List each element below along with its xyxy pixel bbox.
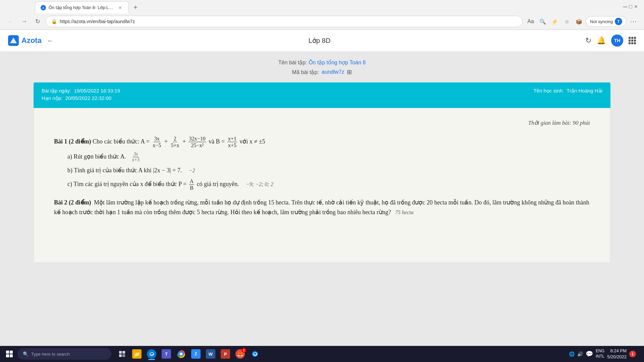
assignment-name-label: Tên bài tập:: [278, 60, 307, 65]
bai1-b-text: b) Tính giá trị của biểu thức A khi |2x …: [67, 167, 182, 174]
bai1-problem: Bài 1 (2 điểm) Cho các biểu thức: A = 3x…: [54, 135, 590, 148]
not-syncing-label: Not syncing: [590, 19, 613, 24]
frac-ab: A B: [189, 178, 195, 191]
tab-title: Ôn tập tổng hợp Toán 8- Lớp:Lớ...: [49, 5, 114, 10]
new-tab-button[interactable]: +: [130, 2, 141, 13]
svg-text:A: A: [42, 6, 44, 9]
assignment-name-value[interactable]: Ôn tập tổng hợp Toán 8: [309, 60, 366, 65]
svg-rect-5: [119, 354, 122, 357]
app-badge-icon: 🦊 1: [235, 349, 245, 359]
bai2-section: Bài 2 (2 điểm) Một lâm trường lập kế hoạ…: [54, 198, 590, 217]
notification-icon[interactable]: 🔔: [597, 36, 606, 45]
date-value: 19/05/2022 16:33:19: [74, 88, 120, 94]
svg-rect-4: [122, 351, 125, 354]
app-red-button[interactable]: P: [219, 347, 232, 361]
assignment-meta: Tên bài tập: Ôn tập tổng hợp Toán 8 Mã b…: [34, 59, 610, 76]
more-options-button[interactable]: ⋯: [628, 16, 639, 27]
frac-2-5x: 2 5+x: [170, 135, 180, 148]
svg-rect-3: [119, 351, 122, 354]
start-button[interactable]: [3, 347, 16, 361]
security-icon: 🔒: [51, 19, 57, 24]
assignment-code-label: Mã bài tập:: [292, 69, 319, 75]
user-avatar[interactable]: TH: [611, 35, 623, 47]
task-view-button[interactable]: [115, 347, 129, 361]
forward-button[interactable]: →: [19, 16, 30, 27]
bai1-c: c) Tìm các giá trị nguyên của x để biểu …: [67, 178, 590, 191]
doc-header: Thời gian làm bài: 90 phút: [54, 118, 590, 127]
tab-close-button[interactable]: ×: [117, 5, 123, 11]
student-name-label: Tên học sinh:: [533, 88, 564, 94]
word-icon: W: [206, 349, 215, 359]
close-button[interactable]: ×: [633, 4, 639, 9]
deadline-value: 20/05/2022 22:32:00: [65, 95, 111, 101]
azota-brand-name: Azota: [21, 36, 42, 45]
teams-button[interactable]: T: [160, 347, 173, 361]
zoom-icon: Z: [191, 349, 201, 359]
bai2-problem: Bài 2 (2 điểm) Một lâm trường lập kế hoạ…: [54, 198, 590, 217]
frac-32x10-25x2: 32x−10 25−x²: [189, 135, 206, 148]
lang-text: ENGINTL: [596, 349, 604, 359]
plus1: +: [164, 138, 169, 145]
taskbar-search-text: Type here to search: [31, 352, 70, 357]
bai2-title: Bài 2 (2 điểm): [54, 199, 91, 206]
teams-icon: T: [162, 349, 171, 359]
azota-logo-icon: [8, 35, 19, 46]
bai2-note: 75 hecta: [395, 209, 414, 215]
refresh-button[interactable]: ↻: [32, 16, 43, 27]
edge2-icon: [250, 349, 260, 359]
extensions-icon[interactable]: ⚡: [549, 16, 560, 27]
apps-grid-icon[interactable]: [629, 37, 636, 44]
bai1-a-text: a) Rút gọn biểu thức A.: [67, 153, 126, 160]
bai1-a: a) Rút gọn biểu thức A. 3x x+5: [67, 152, 590, 163]
maximize-button[interactable]: □: [628, 4, 633, 9]
student-name-value: Trần Hoàng Hải: [567, 88, 602, 94]
word-button[interactable]: W: [204, 347, 217, 361]
bai1-b-note: −2: [189, 168, 195, 173]
edge2-button[interactable]: [248, 347, 262, 361]
chrome-icon: [176, 349, 186, 359]
search-icon[interactable]: 🔍: [537, 16, 548, 27]
bai1-c-end: có giá trị nguyên.: [197, 181, 239, 187]
collections-icon[interactable]: 📦: [574, 16, 584, 27]
file-explorer-icon: 📁: [132, 349, 142, 359]
system-clock[interactable]: 8:24 PM 5/20/2022: [607, 348, 627, 360]
browser-tab[interactable]: A Ôn tập tổng hợp Toán 8- Lớp:Lớ... ×: [35, 1, 129, 13]
minimize-button[interactable]: ─: [623, 4, 628, 9]
assignment-date: Bài tập ngày: 19/05/2022 16:33:19: [42, 88, 120, 94]
taskbar-search-box[interactable]: 🔍 Type here to search: [17, 348, 111, 360]
speaker-icon[interactable]: 🔊: [577, 351, 583, 357]
student-name-area: Tên học sinh: Trần Hoàng Hải: [533, 88, 602, 94]
assignment-code-row: Mã bài tập: aundlw7z ⊞: [34, 68, 610, 76]
app-header-title: Lớp 8D: [54, 37, 585, 45]
read-aloud-icon[interactable]: Aa: [525, 16, 536, 27]
refresh-icon[interactable]: ↻: [585, 36, 591, 45]
date-label: Bài tập ngày:: [42, 88, 71, 94]
assignment-code-value[interactable]: aundlw7z: [322, 69, 344, 75]
qr-code-icon[interactable]: ⊞: [347, 68, 352, 76]
not-syncing-button[interactable]: Not syncing T: [586, 16, 627, 27]
user-initials: TH: [614, 38, 621, 43]
app-badge-button[interactable]: 🦊 1: [233, 347, 247, 361]
zoom-button[interactable]: Z: [189, 347, 203, 361]
clock-time: 8:24 PM: [607, 348, 627, 354]
app-red-icon: P: [221, 349, 230, 359]
bai1-title: Bài 1 (2 điểm): [54, 138, 91, 145]
bai1-c-text: c) Tìm các giá trị nguyên của x để biểu …: [67, 181, 188, 187]
frac-3x-x5: 3x x−5: [152, 135, 162, 148]
chrome-button[interactable]: [174, 347, 188, 361]
address-bar[interactable]: 🔒 https://azota.vn/en/bai-tap/aundlw7z: [46, 16, 523, 27]
document-image: Thời gian làm bài: 90 phút Bài 1 (2 điểm…: [34, 108, 610, 262]
svg-point-9: [180, 353, 182, 355]
deadline-label: Hạn nộp:: [42, 95, 62, 101]
edge-browser-button[interactable]: [145, 347, 158, 361]
network-icon[interactable]: 🌐: [569, 351, 575, 357]
file-explorer-button[interactable]: 📁: [130, 347, 144, 361]
note-frac: 3x x+5: [131, 152, 141, 163]
back-navigation-button[interactable]: ←: [47, 37, 54, 45]
action-center-icon[interactable]: 💬: [586, 350, 593, 358]
language-indicator[interactable]: ENGINTL: [596, 349, 604, 359]
notification-count[interactable]: 1: [629, 351, 636, 357]
back-button[interactable]: ←: [5, 16, 16, 27]
bai1-condition: với x ≠ ±5: [239, 138, 265, 145]
favorites-icon[interactable]: ☆: [561, 16, 572, 27]
